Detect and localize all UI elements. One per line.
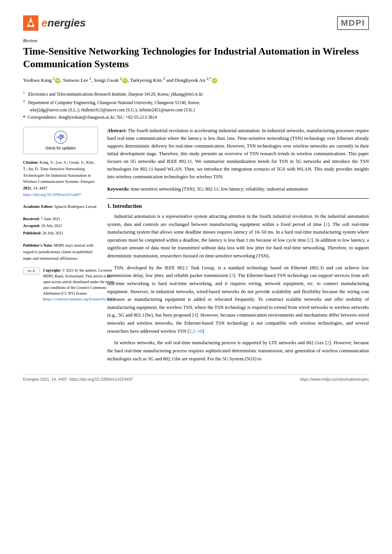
ref1-link[interactable]: 1 (326, 222, 328, 227)
abstract-text: The fourth industrial revolution is acce… (107, 128, 369, 179)
page: energies MDPI Review Time-Sensitive Netw… (0, 0, 392, 554)
section1-heading: 1. Introduction (107, 203, 369, 209)
ref2-link-1[interactable]: 2 (309, 237, 311, 243)
keywords-block: Keywords: time-sensitive networking (TSN… (107, 185, 369, 193)
orcid-icon-2 (122, 78, 128, 83)
article-title: Time-Sensitive Networking Technologies f… (23, 45, 369, 70)
citation-doi-link[interactable]: https://doi.org/10.3390/en14154497 (23, 192, 81, 197)
accepted-date: 20 July 2021 (42, 224, 62, 228)
check-updates-box: check for updates (23, 127, 98, 154)
cc-license-icon: cc ① (23, 267, 40, 274)
copyright-text: Copyright: © 2021 by the authors. Licens… (43, 267, 115, 302)
two-col-layout: check for updates Citation: Kang, Y.; Le… (23, 127, 369, 367)
dates-block: Received: 7 June 2021 Accepted: 20 July … (23, 216, 98, 237)
abstract-label: Abstract: (107, 128, 127, 133)
orcid-icon-3 (212, 78, 217, 83)
academic-editor-name: Ignacio Rodríguez Larrad (55, 204, 96, 209)
citation-block: Citation: Kang, Y.; Lee, S.; Gwak, S.; K… (23, 159, 98, 198)
received-label: Received: (23, 217, 40, 221)
journal-name: energies (42, 17, 86, 29)
ref3-link[interactable]: 3 (231, 273, 234, 278)
section1-para1: Industrial automation is a representativ… (107, 212, 369, 260)
cc-block: cc ① Copyright: © 2021 by the authors. L… (23, 267, 98, 302)
citation-label: Citation: (23, 160, 38, 164)
ref2-5-10-link[interactable]: 2,5–10 (189, 328, 202, 334)
journal-logo-icon (23, 15, 38, 31)
publisher-note-bold: Publisher's Note: (23, 243, 53, 247)
check-updates-icon (54, 130, 68, 144)
journal-logo: energies (23, 15, 86, 31)
published-label: Published: (23, 231, 42, 235)
check-updates-label: check for updates (45, 146, 76, 151)
article-type: Review (23, 38, 369, 44)
ref4-link[interactable]: 4 (194, 312, 196, 318)
abstract-block: Abstract: The fourth industrial revoluti… (107, 127, 369, 181)
affiliations: 1 Electronics and Telecommunications Res… (23, 90, 369, 121)
accepted-label: Accepted: (23, 224, 40, 228)
section1-para2: TSN, developed by the IEEE 802.1 Task Gr… (107, 264, 369, 335)
orcid-icon-1 (55, 78, 60, 83)
page-footer: Energies 2021, 14, 4497. https://doi.org… (23, 374, 369, 381)
section1-para3: In wireless networks, the soft real-time… (107, 339, 369, 363)
footer-right: https://www.mdpi.com/journal/energies (300, 377, 369, 381)
academic-editor-label: Academic Editor: (23, 204, 54, 209)
svg-point-1 (29, 22, 33, 26)
left-column: check for updates Citation: Kang, Y.; Le… (23, 127, 98, 367)
keywords-label: Keywords: (107, 186, 130, 192)
keywords-text: time-sensitive networking (TSN); 5G; 802… (131, 186, 308, 192)
academic-editor: Academic Editor: Ignacio Rodríguez Larra… (23, 204, 98, 210)
received-date: 7 June 2021 (41, 217, 60, 221)
published-date: 26 July 2021 (42, 231, 63, 235)
mdpi-logo: MDPI (337, 16, 369, 30)
right-column: Abstract: The fourth industrial revoluti… (107, 127, 369, 367)
divider (107, 198, 369, 199)
cc-license-link[interactable]: https://creativecommons.org/licenses/by/… (44, 297, 113, 301)
authors-line: Yoohwa Kang 1, Sunwoo Lee 2, Songi Gwak … (23, 76, 369, 85)
publisher-note: Publisher's Note: MDPI stays neutral wit… (23, 242, 98, 262)
ref2-link-2[interactable]: 2 (327, 340, 329, 345)
header: energies MDPI (23, 15, 369, 31)
footer-left: Energies 2021, 14, 4497. https://doi.org… (23, 377, 133, 381)
